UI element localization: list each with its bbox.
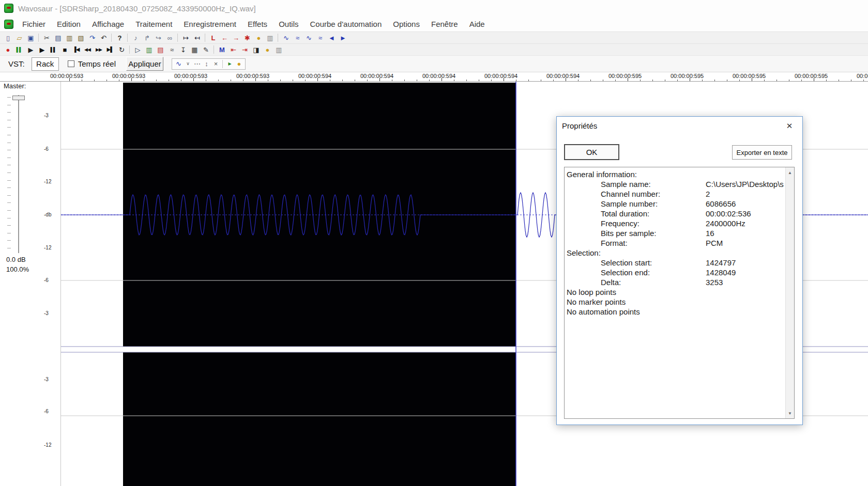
open-file-button[interactable]: ▱ [13,33,25,43]
vst-mini-toolbar: ∿∨⋯↕×▶● [172,58,246,70]
master-slider-tick [7,180,11,181]
dialog-scrollbar[interactable]: ▲ ▼ [785,167,794,418]
insert-play-button[interactable]: ▷ [132,45,143,55]
rack-button[interactable]: Rack [32,57,59,71]
property-label: No loop points [565,288,616,296]
menu-enregistrement[interactable]: Enregistrement [178,18,242,30]
new-file-button[interactable]: ▯ [2,33,13,43]
channel-left-button[interactable]: ⇤ [227,45,239,55]
save-file-button[interactable]: ▣ [25,33,36,43]
rewind-button[interactable]: ◀◀ [82,45,93,55]
toolbar-separator [214,45,214,54]
menu-affichage[interactable]: Affichage [86,18,130,30]
redo-button[interactable]: ↷ [86,33,98,43]
zoom-out-button[interactable]: ∿ [303,33,314,43]
master-slider-thumb[interactable] [12,96,25,100]
view-prev-button[interactable]: ◄ [326,33,337,43]
paste-mix-button[interactable]: ▧ [75,33,86,43]
copy-button[interactable]: ▤ [52,33,64,43]
property-label: Frequency: [565,219,639,228]
batch-convert-button[interactable]: ↪ [153,33,164,43]
view-next-button[interactable]: ► [337,33,348,43]
delete-markers-button[interactable]: ▥ [264,33,276,43]
pause-button[interactable]: ▌▌ [48,45,59,55]
menu-courbe-d-automation[interactable]: Courbe d'automation [304,18,387,30]
loop-marker-button[interactable]: L [207,33,219,43]
audio-hardware-button[interactable]: ♪ [130,33,141,43]
marker-next-button[interactable]: → [230,33,241,43]
menu-edition[interactable]: Edition [51,18,86,30]
master-slider-track[interactable] [18,95,19,253]
loop-playback-button[interactable]: ↻ [116,45,127,55]
menu-outils[interactable]: Outils [273,18,304,30]
lock-button[interactable]: ● [262,45,273,55]
close-icon[interactable]: ✕ [783,120,796,132]
record-button[interactable]: ● [2,45,13,55]
dropdown-icon[interactable]: ∨ [183,59,192,69]
lock-curve-icon[interactable]: ● [234,59,243,69]
toolbar-separator [38,34,39,42]
scroll-down-icon[interactable]: ▼ [786,409,794,417]
ok-button[interactable]: OK [564,144,619,160]
normalize-button[interactable]: ↧ [177,45,189,55]
zoom-selection-button[interactable]: ∿ [280,33,292,43]
play-button[interactable]: ▶ [36,45,48,55]
fit-wave-button[interactable]: ≈ [166,45,177,55]
master-percent-value: 100.0% [6,265,29,273]
automation-curve-icon[interactable]: ∿ [174,59,183,69]
timeline-tick [553,80,554,81]
grid-button[interactable]: ▦ [189,45,200,55]
preview-icon[interactable]: ▶ [225,59,234,69]
marker-prev-button[interactable]: ← [219,33,230,43]
paste-button[interactable]: ▥ [64,33,75,43]
invert-channel-button[interactable]: ◨ [250,45,262,55]
bounce-button[interactable]: ↱ [141,33,153,43]
go-start-button[interactable]: ▐◀ [70,45,82,55]
menu-traitement[interactable]: Traitement [130,18,178,30]
undo-button[interactable]: ↶ [98,33,109,43]
snap-left-button[interactable]: ↦ [180,33,191,43]
menu-effets[interactable]: Effets [242,18,273,30]
midi-marker-button[interactable]: M [216,45,227,55]
menu-fenetre[interactable]: Fenêtre [425,18,464,30]
statistics-button[interactable]: ▥ [143,45,155,55]
stop-button[interactable]: ■ [59,45,70,55]
snap-right-button[interactable]: ↤ [191,33,203,43]
forward-button[interactable]: ▶▶ [93,45,104,55]
scroll-up-icon[interactable]: ▲ [786,168,794,177]
menu-options[interactable]: Options [387,18,425,30]
toolbar-separator [278,34,278,42]
export-text-button[interactable]: Exporter en texte [732,145,792,160]
db-ruler-label: -3 [44,113,49,118]
timeline-label: 00:00:00:593 [174,73,207,79]
go-end-button[interactable]: ▶▌ [104,45,116,55]
cut-button[interactable]: ✂ [41,33,52,43]
zoom-all-button[interactable]: ≈ [314,33,326,43]
close-curve-icon[interactable]: × [211,59,220,69]
delete-button[interactable]: ▥ [273,45,284,55]
draw-wave-button[interactable]: ✎ [200,45,211,55]
selection-region[interactable] [123,352,516,486]
apply-button[interactable]: Appliquer [126,57,163,71]
zoom-in-button[interactable]: ≈ [292,33,303,43]
menu-aide[interactable]: Aide [464,18,491,30]
monitor-input-button[interactable]: ▌▌ [13,45,25,55]
play-from-cursor-button[interactable]: ▶ [25,45,36,55]
timeline-ruler[interactable]: 00:00:00:59300:00:00:59300:00:00:59300:0… [0,72,868,82]
link-channels-button[interactable]: ∞ [164,33,175,43]
resize-icon[interactable]: ↕ [202,59,211,69]
marker-all-button[interactable]: ✱ [241,33,253,43]
lock-markers-button[interactable]: ● [253,33,264,43]
help-button[interactable]: ? [114,33,125,43]
property-label: Delta: [565,278,621,287]
menu-fichier[interactable]: Fichier [17,18,51,30]
timeline-tick [479,80,479,81]
db-ruler-label: -12 [44,442,51,448]
channel-right-button[interactable]: ⇥ [239,45,250,55]
log-button[interactable]: ▤ [155,45,166,55]
more-icon[interactable]: ⋯ [192,59,202,69]
realtime-checkbox[interactable] [68,60,74,67]
timeline-label: 00:00:00:595 [733,73,766,79]
timeline-tick [578,80,578,81]
vst-bar: VST: Rack Temps réel Appliquer ∿∨⋯↕×▶● [0,55,868,72]
